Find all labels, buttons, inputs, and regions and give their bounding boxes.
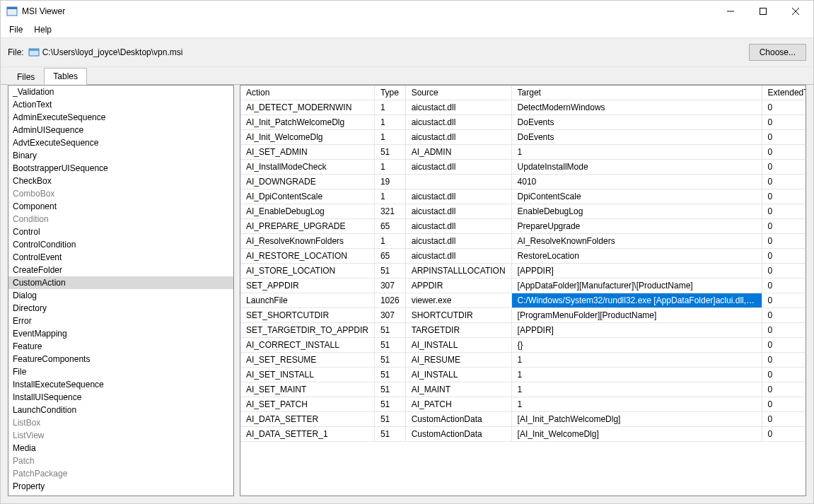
- table-row[interactable]: AI_STORE_LOCATION51ARPINSTALLLOCATION[AP…: [240, 264, 806, 279]
- list-item[interactable]: BootstrapperUISequence: [8, 162, 233, 175]
- table-cell[interactable]: AI_MAINT: [405, 382, 511, 397]
- list-item[interactable]: CheckBox: [8, 175, 233, 187]
- table-cell[interactable]: AI_PATCH: [405, 397, 511, 412]
- table-row[interactable]: AI_SET_MAINT51AI_MAINT10: [240, 382, 806, 397]
- list-item[interactable]: CustomAction: [8, 276, 233, 289]
- table-cell[interactable]: DetectModernWindows: [511, 100, 762, 115]
- tab-files[interactable]: Files: [8, 69, 44, 85]
- table-scroll[interactable]: Action Type Source Target ExtendedType A…: [240, 86, 806, 496]
- table-cell[interactable]: 0: [762, 189, 806, 204]
- table-cell[interactable]: [APPDIR]: [511, 264, 762, 279]
- list-item[interactable]: FeatureComponents: [8, 353, 233, 365]
- table-cell[interactable]: PrepareUpgrade: [511, 219, 762, 234]
- col-action[interactable]: Action: [240, 86, 374, 100]
- list-item[interactable]: File: [8, 365, 233, 378]
- table-cell[interactable]: aicustact.dll: [405, 115, 511, 130]
- table-row[interactable]: AI_Init_PatchWelcomeDlg1aicustact.dllDoE…: [240, 115, 806, 130]
- table-cell[interactable]: 1: [374, 234, 405, 249]
- table-cell[interactable]: 1: [511, 368, 762, 382]
- table-cell[interactable]: DoEvents: [511, 115, 762, 130]
- table-cell[interactable]: [405, 175, 511, 189]
- table-cell[interactable]: AI_CORRECT_INSTALL: [240, 338, 374, 353]
- table-row[interactable]: AI_DATA_SETTER_151CustomActionData[AI_In…: [240, 427, 806, 442]
- list-item[interactable]: _Validation: [8, 86, 233, 98]
- close-button[interactable]: [779, 1, 812, 22]
- table-cell[interactable]: 51: [374, 397, 405, 412]
- table-cell[interactable]: 51: [374, 353, 405, 368]
- table-cell[interactable]: 1: [511, 397, 762, 412]
- table-cell[interactable]: SET_SHORTCUTDIR: [240, 308, 374, 323]
- table-cell[interactable]: CustomActionData: [405, 412, 511, 427]
- table-row[interactable]: AI_DOWNGRADE1940100: [240, 175, 806, 189]
- table-cell[interactable]: AI_DETECT_MODERNWIN: [240, 100, 374, 115]
- table-cell[interactable]: SHORTCUTDIR: [405, 308, 511, 323]
- list-item[interactable]: Binary: [8, 149, 233, 162]
- list-item[interactable]: Dialog: [8, 289, 233, 302]
- list-item[interactable]: Property: [8, 480, 233, 493]
- table-cell[interactable]: 0: [762, 204, 806, 219]
- table-cell[interactable]: 0: [762, 100, 806, 115]
- table-cell[interactable]: 1: [511, 145, 762, 160]
- table-cell[interactable]: 51: [374, 145, 405, 160]
- col-type[interactable]: Type: [374, 86, 405, 100]
- table-row[interactable]: AI_DATA_SETTER51CustomActionData[AI_Init…: [240, 412, 806, 427]
- table-cell[interactable]: 1: [374, 189, 405, 204]
- table-cell[interactable]: 0: [762, 293, 806, 308]
- table-row[interactable]: AI_Init_WelcomeDlg1aicustact.dllDoEvents…: [240, 130, 806, 145]
- table-row[interactable]: AI_SET_RESUME51AI_RESUME10: [240, 353, 806, 368]
- table-cell[interactable]: AI_SET_INSTALL: [240, 368, 374, 382]
- table-cell[interactable]: 321: [374, 204, 405, 219]
- list-item[interactable]: AdminExecuteSequence: [8, 111, 233, 124]
- table-cell[interactable]: 65: [374, 219, 405, 234]
- table-cell[interactable]: SET_TARGETDIR_TO_APPDIR: [240, 323, 374, 338]
- table-cell[interactable]: 1: [374, 160, 405, 175]
- col-target[interactable]: Target: [511, 86, 762, 100]
- table-row[interactable]: AI_DETECT_MODERNWIN1aicustact.dllDetectM…: [240, 100, 806, 115]
- table-cell[interactable]: 0: [762, 338, 806, 353]
- table-cell[interactable]: aicustact.dll: [405, 160, 511, 175]
- table-cell[interactable]: 1026: [374, 293, 405, 308]
- table-cell[interactable]: 0: [762, 279, 806, 293]
- table-cell[interactable]: 51: [374, 338, 405, 353]
- table-cell[interactable]: TARGETDIR: [405, 323, 511, 338]
- table-cell[interactable]: 51: [374, 368, 405, 382]
- table-cell[interactable]: 51: [374, 264, 405, 279]
- table-cell[interactable]: 51: [374, 427, 405, 442]
- table-row[interactable]: AI_ResolveKnownFolders1aicustact.dllAI_R…: [240, 234, 806, 249]
- table-cell[interactable]: CustomActionData: [405, 427, 511, 442]
- list-item[interactable]: ControlEvent: [8, 251, 233, 264]
- table-cell[interactable]: AI_DATA_SETTER: [240, 412, 374, 427]
- table-cell[interactable]: 1: [511, 353, 762, 368]
- table-cell[interactable]: AI_DOWNGRADE: [240, 175, 374, 189]
- list-item[interactable]: InstallUISequence: [8, 391, 233, 404]
- table-cell[interactable]: AI_SET_MAINT: [240, 382, 374, 397]
- list-item[interactable]: ActionText: [8, 98, 233, 111]
- table-cell[interactable]: 0: [762, 427, 806, 442]
- table-cell[interactable]: 307: [374, 279, 405, 293]
- table-cell[interactable]: AI_ADMIN: [405, 145, 511, 160]
- table-cell[interactable]: [AI_Init_PatchWelcomeDlg]: [511, 412, 762, 427]
- table-cell[interactable]: 51: [374, 323, 405, 338]
- menu-help[interactable]: Help: [28, 23, 57, 36]
- table-cell[interactable]: 1: [374, 115, 405, 130]
- table-cell[interactable]: 1: [374, 130, 405, 145]
- table-cell[interactable]: 0: [762, 249, 806, 264]
- table-cell[interactable]: 0: [762, 382, 806, 397]
- table-cell[interactable]: aicustact.dll: [405, 189, 511, 204]
- table-cell[interactable]: AI_STORE_LOCATION: [240, 264, 374, 279]
- table-row[interactable]: LaunchFile1026viewer.exeC:/Windows/Syste…: [240, 293, 806, 308]
- table-row[interactable]: AI_CORRECT_INSTALL51AI_INSTALL{}0: [240, 338, 806, 353]
- maximize-button[interactable]: [747, 1, 779, 22]
- table-row[interactable]: SET_TARGETDIR_TO_APPDIR51TARGETDIR[APPDI…: [240, 323, 806, 338]
- table-cell[interactable]: 0: [762, 175, 806, 189]
- list-item[interactable]: Directory: [8, 302, 233, 315]
- table-cell[interactable]: AI_INSTALL: [405, 338, 511, 353]
- list-item[interactable]: AdvtExecuteSequence: [8, 136, 233, 149]
- table-cell[interactable]: AI_RESUME: [405, 353, 511, 368]
- table-cell[interactable]: SET_APPDIR: [240, 279, 374, 293]
- table-cell[interactable]: DpiContentScale: [511, 189, 762, 204]
- table-cell[interactable]: 51: [374, 412, 405, 427]
- table-cell[interactable]: 0: [762, 234, 806, 249]
- table-cell[interactable]: 0: [762, 397, 806, 412]
- list-item[interactable]: EventMapping: [8, 327, 233, 340]
